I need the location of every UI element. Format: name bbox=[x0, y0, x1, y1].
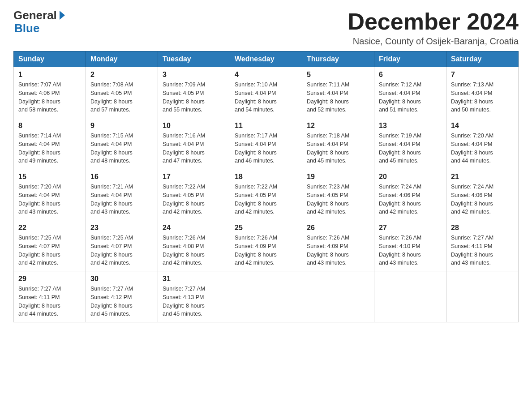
calendar-table: SundayMondayTuesdayWednesdayThursdayFrid… bbox=[13, 51, 519, 322]
day-number: 1 bbox=[18, 71, 81, 79]
day-info: Sunrise: 7:10 AMSunset: 4:04 PMDaylight:… bbox=[235, 81, 297, 114]
calendar-cell: 4Sunrise: 7:10 AMSunset: 4:04 PMDaylight… bbox=[230, 67, 302, 118]
calendar-cell bbox=[446, 271, 519, 322]
calendar-cell bbox=[302, 271, 374, 322]
calendar-cell: 1Sunrise: 7:07 AMSunset: 4:06 PMDaylight… bbox=[14, 67, 86, 118]
logo: General Blue bbox=[13, 9, 65, 34]
day-info: Sunrise: 7:27 AMSunset: 4:13 PMDaylight:… bbox=[163, 285, 225, 318]
calendar-week-row: 22Sunrise: 7:25 AMSunset: 4:07 PMDayligh… bbox=[14, 220, 519, 271]
day-number: 27 bbox=[379, 224, 442, 232]
day-number: 18 bbox=[235, 173, 297, 181]
day-info: Sunrise: 7:27 AMSunset: 4:11 PMDaylight:… bbox=[18, 285, 81, 318]
day-info: Sunrise: 7:18 AMSunset: 4:04 PMDaylight:… bbox=[307, 132, 369, 165]
calendar-cell: 11Sunrise: 7:17 AMSunset: 4:04 PMDayligh… bbox=[230, 118, 302, 169]
day-info: Sunrise: 7:24 AMSunset: 4:06 PMDaylight:… bbox=[451, 183, 514, 216]
day-number: 9 bbox=[90, 122, 153, 130]
calendar-cell: 8Sunrise: 7:14 AMSunset: 4:04 PMDaylight… bbox=[14, 118, 86, 169]
calendar-cell: 31Sunrise: 7:27 AMSunset: 4:13 PMDayligh… bbox=[158, 271, 230, 322]
calendar-week-row: 29Sunrise: 7:27 AMSunset: 4:11 PMDayligh… bbox=[14, 271, 519, 322]
calendar-cell: 23Sunrise: 7:25 AMSunset: 4:07 PMDayligh… bbox=[86, 220, 158, 271]
calendar-header-row: SundayMondayTuesdayWednesdayThursdayFrid… bbox=[14, 51, 519, 67]
day-info: Sunrise: 7:26 AMSunset: 4:09 PMDaylight:… bbox=[235, 234, 297, 267]
day-number: 31 bbox=[163, 275, 225, 283]
calendar-week-row: 8Sunrise: 7:14 AMSunset: 4:04 PMDaylight… bbox=[14, 118, 519, 169]
day-number: 11 bbox=[235, 122, 297, 130]
calendar-header-friday: Friday bbox=[374, 51, 446, 67]
calendar-cell: 3Sunrise: 7:09 AMSunset: 4:05 PMDaylight… bbox=[158, 67, 230, 118]
day-number: 20 bbox=[379, 173, 442, 181]
day-number: 17 bbox=[163, 173, 225, 181]
day-number: 6 bbox=[379, 71, 442, 79]
day-number: 29 bbox=[18, 275, 81, 283]
day-number: 3 bbox=[163, 71, 225, 79]
day-number: 26 bbox=[307, 224, 369, 232]
calendar-header-monday: Monday bbox=[86, 51, 158, 67]
day-info: Sunrise: 7:07 AMSunset: 4:06 PMDaylight:… bbox=[18, 81, 81, 114]
day-number: 13 bbox=[379, 122, 442, 130]
day-info: Sunrise: 7:09 AMSunset: 4:05 PMDaylight:… bbox=[163, 81, 225, 114]
day-info: Sunrise: 7:13 AMSunset: 4:04 PMDaylight:… bbox=[451, 81, 514, 114]
day-number: 19 bbox=[307, 173, 369, 181]
day-info: Sunrise: 7:23 AMSunset: 4:05 PMDaylight:… bbox=[307, 183, 369, 216]
calendar-cell: 26Sunrise: 7:26 AMSunset: 4:09 PMDayligh… bbox=[302, 220, 374, 271]
day-info: Sunrise: 7:26 AMSunset: 4:09 PMDaylight:… bbox=[307, 234, 369, 267]
calendar-header-wednesday: Wednesday bbox=[230, 51, 302, 67]
calendar-header-tuesday: Tuesday bbox=[158, 51, 230, 67]
calendar-cell: 15Sunrise: 7:20 AMSunset: 4:04 PMDayligh… bbox=[14, 169, 86, 220]
calendar-cell: 24Sunrise: 7:26 AMSunset: 4:08 PMDayligh… bbox=[158, 220, 230, 271]
calendar-cell: 22Sunrise: 7:25 AMSunset: 4:07 PMDayligh… bbox=[14, 220, 86, 271]
calendar-cell: 14Sunrise: 7:20 AMSunset: 4:04 PMDayligh… bbox=[446, 118, 519, 169]
day-info: Sunrise: 7:24 AMSunset: 4:06 PMDaylight:… bbox=[379, 183, 442, 216]
day-info: Sunrise: 7:11 AMSunset: 4:04 PMDaylight:… bbox=[307, 81, 369, 114]
calendar-header-saturday: Saturday bbox=[446, 51, 519, 67]
calendar-cell: 17Sunrise: 7:22 AMSunset: 4:05 PMDayligh… bbox=[158, 169, 230, 220]
calendar-cell: 25Sunrise: 7:26 AMSunset: 4:09 PMDayligh… bbox=[230, 220, 302, 271]
calendar-cell: 7Sunrise: 7:13 AMSunset: 4:04 PMDaylight… bbox=[446, 67, 519, 118]
day-number: 2 bbox=[90, 71, 153, 79]
day-number: 15 bbox=[18, 173, 81, 181]
calendar-cell: 29Sunrise: 7:27 AMSunset: 4:11 PMDayligh… bbox=[14, 271, 86, 322]
calendar-cell: 18Sunrise: 7:22 AMSunset: 4:05 PMDayligh… bbox=[230, 169, 302, 220]
day-info: Sunrise: 7:19 AMSunset: 4:04 PMDaylight:… bbox=[379, 132, 442, 165]
day-info: Sunrise: 7:20 AMSunset: 4:04 PMDaylight:… bbox=[451, 132, 514, 165]
logo-general-text: General bbox=[13, 9, 65, 22]
calendar-cell: 12Sunrise: 7:18 AMSunset: 4:04 PMDayligh… bbox=[302, 118, 374, 169]
day-number: 4 bbox=[235, 71, 297, 79]
calendar-cell: 27Sunrise: 7:26 AMSunset: 4:10 PMDayligh… bbox=[374, 220, 446, 271]
calendar-cell: 21Sunrise: 7:24 AMSunset: 4:06 PMDayligh… bbox=[446, 169, 519, 220]
calendar-week-row: 1Sunrise: 7:07 AMSunset: 4:06 PMDaylight… bbox=[14, 67, 519, 118]
day-info: Sunrise: 7:15 AMSunset: 4:04 PMDaylight:… bbox=[90, 132, 153, 165]
calendar-cell bbox=[374, 271, 446, 322]
day-number: 16 bbox=[90, 173, 153, 181]
logo-blue-text: Blue bbox=[14, 22, 39, 35]
calendar-cell: 10Sunrise: 7:16 AMSunset: 4:04 PMDayligh… bbox=[158, 118, 230, 169]
day-number: 8 bbox=[18, 122, 81, 130]
day-info: Sunrise: 7:21 AMSunset: 4:04 PMDaylight:… bbox=[90, 183, 153, 216]
day-info: Sunrise: 7:27 AMSunset: 4:11 PMDaylight:… bbox=[451, 234, 514, 267]
day-number: 30 bbox=[90, 275, 153, 283]
day-info: Sunrise: 7:22 AMSunset: 4:05 PMDaylight:… bbox=[235, 183, 297, 216]
day-info: Sunrise: 7:26 AMSunset: 4:10 PMDaylight:… bbox=[379, 234, 442, 267]
day-number: 23 bbox=[90, 224, 153, 232]
calendar-cell: 20Sunrise: 7:24 AMSunset: 4:06 PMDayligh… bbox=[374, 169, 446, 220]
day-info: Sunrise: 7:20 AMSunset: 4:04 PMDaylight:… bbox=[18, 183, 81, 216]
day-info: Sunrise: 7:14 AMSunset: 4:04 PMDaylight:… bbox=[18, 132, 81, 165]
day-info: Sunrise: 7:27 AMSunset: 4:12 PMDaylight:… bbox=[90, 285, 153, 318]
day-number: 28 bbox=[451, 224, 514, 232]
day-info: Sunrise: 7:12 AMSunset: 4:04 PMDaylight:… bbox=[379, 81, 442, 114]
calendar-cell: 30Sunrise: 7:27 AMSunset: 4:12 PMDayligh… bbox=[86, 271, 158, 322]
calendar-cell bbox=[230, 271, 302, 322]
day-number: 10 bbox=[163, 122, 225, 130]
day-info: Sunrise: 7:25 AMSunset: 4:07 PMDaylight:… bbox=[18, 234, 81, 267]
page-header: General Blue December 2024 Nasice, Count… bbox=[13, 9, 519, 47]
day-info: Sunrise: 7:26 AMSunset: 4:08 PMDaylight:… bbox=[163, 234, 225, 267]
day-number: 21 bbox=[451, 173, 514, 181]
calendar-cell: 19Sunrise: 7:23 AMSunset: 4:05 PMDayligh… bbox=[302, 169, 374, 220]
day-info: Sunrise: 7:25 AMSunset: 4:07 PMDaylight:… bbox=[90, 234, 153, 267]
day-info: Sunrise: 7:22 AMSunset: 4:05 PMDaylight:… bbox=[163, 183, 225, 216]
day-number: 24 bbox=[163, 224, 225, 232]
day-number: 22 bbox=[18, 224, 81, 232]
day-info: Sunrise: 7:16 AMSunset: 4:04 PMDaylight:… bbox=[163, 132, 225, 165]
day-number: 25 bbox=[235, 224, 297, 232]
day-number: 14 bbox=[451, 122, 514, 130]
